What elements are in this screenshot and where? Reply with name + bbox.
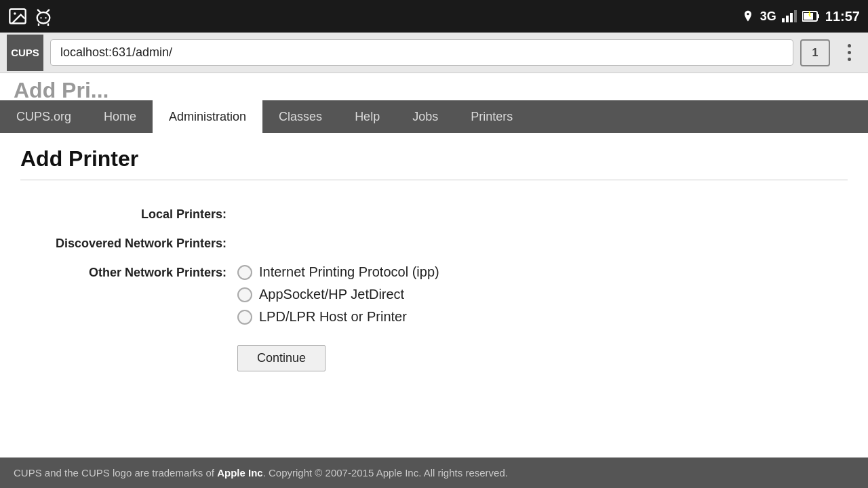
svg-point-6: [45, 17, 46, 18]
other-network-printers-row: Other Network Printers: Internet Printin…: [20, 258, 848, 338]
nav-cups-org[interactable]: CUPS.org: [0, 100, 87, 133]
title-divider: [20, 180, 848, 180]
radio-lpd-label: LPD/LPR Host or Printer: [259, 309, 407, 325]
radio-ipp-btn[interactable]: [237, 265, 252, 280]
discovered-printers-row: Discovered Network Printers:: [20, 228, 848, 258]
svg-rect-15: [804, 13, 813, 20]
browser-chrome: CUPS localhost:631/admin/ 1: [0, 33, 868, 73]
radio-ipp-option[interactable]: Internet Printing Protocol (ipp): [237, 264, 439, 280]
menu-dot-3: [848, 58, 851, 61]
continue-button[interactable]: Continue: [237, 345, 326, 371]
nav-jobs[interactable]: Jobs: [396, 100, 454, 133]
nav-home[interactable]: Home: [87, 100, 153, 133]
battery-icon: [802, 10, 820, 22]
status-time: 11:57: [825, 9, 860, 24]
cups-logo: CUPS: [7, 35, 43, 71]
status-bar: 3G 11:57: [0, 0, 868, 33]
location-icon: [741, 9, 755, 23]
svg-point-1: [14, 12, 16, 15]
main-content: Add Printer Local Printers: Discovered N…: [0, 133, 868, 458]
menu-dot-2: [848, 51, 851, 54]
browser-menu-button[interactable]: [837, 39, 861, 66]
other-network-options: Internet Printing Protocol (ipp) AppSock…: [237, 264, 439, 331]
nav-classes[interactable]: Classes: [262, 100, 338, 133]
radio-lpd-option[interactable]: LPD/LPR Host or Printer: [237, 309, 439, 325]
local-printers-label: Local Printers:: [20, 206, 237, 222]
local-printers-row: Local Printers:: [20, 199, 848, 228]
nav-printers[interactable]: Printers: [454, 100, 529, 133]
radio-lpd-btn[interactable]: [237, 310, 252, 325]
svg-point-2: [37, 12, 50, 23]
signal-icon: [782, 9, 797, 23]
radio-ipp-label: Internet Printing Protocol (ipp): [259, 264, 439, 280]
radio-appsocket-btn[interactable]: [237, 287, 252, 302]
radio-appsocket-label: AppSocket/HP JetDirect: [259, 287, 404, 302]
nav-bar: CUPS.org Home Administration Classes Hel…: [0, 100, 868, 133]
other-network-printers-label: Other Network Printers:: [20, 264, 237, 280]
footer: CUPS and the CUPS logo are trademarks of…: [0, 458, 868, 488]
android-icon: [34, 7, 53, 26]
radio-appsocket-option[interactable]: AppSocket/HP JetDirect: [237, 287, 439, 302]
partial-title-area: Add Pri...: [0, 73, 868, 100]
footer-text2: . Copyright © 2007-2015 Apple Inc. All r…: [263, 467, 508, 479]
svg-point-5: [40, 17, 41, 18]
svg-line-4: [47, 10, 50, 13]
address-bar[interactable]: localhost:631/admin/: [50, 39, 793, 66]
gallery-icon: [8, 7, 27, 26]
footer-text1: CUPS and the CUPS logo are trademarks of: [14, 467, 217, 479]
svg-rect-11: [790, 13, 793, 22]
network-indicator: 3G: [760, 9, 776, 24]
status-bar-right: 3G 11:57: [741, 9, 860, 24]
page-title: Add Printer: [20, 146, 848, 171]
svg-rect-9: [782, 18, 785, 22]
footer-bold-text: Apple Inc: [217, 467, 263, 479]
svg-rect-12: [794, 10, 797, 22]
printer-form: Local Printers: Discovered Network Print…: [20, 199, 848, 378]
nav-help[interactable]: Help: [338, 100, 396, 133]
nav-administration[interactable]: Administration: [153, 100, 262, 133]
discovered-printers-label: Discovered Network Printers:: [20, 235, 237, 251]
menu-dot-1: [848, 44, 851, 47]
svg-rect-14: [817, 14, 819, 18]
tab-count-button[interactable]: 1: [800, 39, 830, 66]
svg-rect-10: [786, 16, 789, 22]
svg-line-3: [38, 10, 41, 13]
continue-row: Continue: [20, 338, 848, 378]
partial-page-title: Add Pri...: [14, 79, 108, 100]
status-bar-left: [8, 7, 53, 26]
